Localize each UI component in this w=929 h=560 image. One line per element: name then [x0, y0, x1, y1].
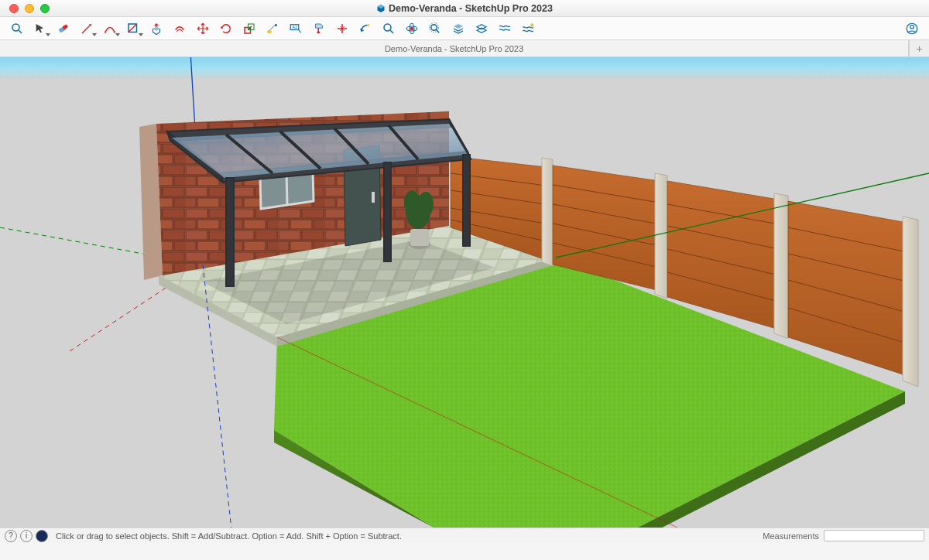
- eraser-tool[interactable]: [53, 19, 74, 39]
- search-icon[interactable]: [6, 19, 28, 39]
- titlebar: Demo-Veranda - SketchUp Pro 2023: [0, 0, 929, 17]
- zoom-extents-tool[interactable]: [424, 19, 446, 39]
- svg-point-4: [105, 31, 106, 32]
- zoom-tool[interactable]: [378, 19, 399, 39]
- fence-post: [655, 173, 667, 299]
- sketchup-logo-icon: [376, 4, 386, 13]
- geo-toggle-icon[interactable]: ?: [5, 530, 17, 542]
- close-button[interactable]: [9, 4, 19, 13]
- extensions-tool[interactable]: [517, 19, 539, 39]
- fence-post: [903, 217, 918, 387]
- scene-svg: [0, 57, 929, 528]
- measurements-label: Measurements: [763, 531, 819, 541]
- linestyle-tool[interactable]: [122, 19, 144, 39]
- select-tool[interactable]: [29, 19, 51, 39]
- window-controls: [0, 4, 50, 13]
- styles-tool[interactable]: [494, 19, 516, 39]
- svg-marker-55: [788, 201, 907, 376]
- svg-text:A1: A1: [293, 25, 298, 29]
- profile-toggle-icon[interactable]: [36, 530, 48, 542]
- svg-rect-9: [267, 30, 271, 33]
- line-tool[interactable]: [76, 19, 98, 39]
- svg-point-21: [530, 23, 534, 27]
- svg-line-15: [390, 30, 393, 33]
- layers-tool[interactable]: [447, 19, 469, 39]
- svg-point-14: [384, 24, 391, 31]
- fence-post: [774, 193, 788, 339]
- rotate-tool[interactable]: [215, 19, 237, 39]
- outliner-tool[interactable]: [471, 19, 492, 39]
- section-tool[interactable]: [331, 19, 353, 39]
- document-tabs: Demo-Veranda - SketchUp Pro 2023 +: [0, 40, 929, 57]
- fence-post: [542, 158, 553, 266]
- status-bar: ? i Click or drag to select objects. Shi…: [0, 528, 929, 543]
- svg-point-13: [367, 24, 369, 26]
- credits-toggle-icon[interactable]: i: [20, 530, 33, 542]
- window-title: Demo-Veranda - SketchUp Pro 2023: [0, 3, 929, 14]
- minimize-button[interactable]: [25, 4, 34, 13]
- scale-tool[interactable]: [238, 19, 260, 39]
- text-tool[interactable]: A1: [285, 19, 307, 39]
- svg-point-63: [418, 192, 434, 217]
- arc-tool[interactable]: [99, 19, 121, 39]
- svg-line-1: [19, 30, 22, 33]
- main-toolbar: A1: [0, 17, 929, 40]
- svg-rect-72: [226, 178, 234, 286]
- svg-point-19: [431, 24, 437, 30]
- follow-tool[interactable]: [355, 19, 376, 39]
- svg-point-62: [404, 190, 420, 215]
- svg-rect-74: [463, 155, 470, 246]
- svg-point-0: [12, 24, 19, 31]
- orbit-tool[interactable]: [401, 19, 423, 39]
- pushpull-tool[interactable]: [146, 19, 167, 39]
- svg-point-10: [275, 24, 277, 26]
- door-handle: [372, 192, 375, 203]
- offset-tool[interactable]: [169, 19, 190, 39]
- model-viewport[interactable]: [0, 57, 929, 528]
- svg-rect-73: [384, 162, 391, 261]
- add-tab-button[interactable]: +: [909, 40, 929, 56]
- measurements-input[interactable]: [824, 530, 924, 541]
- svg-line-39: [286, 173, 287, 205]
- svg-point-23: [910, 25, 914, 29]
- plant-pot: [410, 229, 429, 246]
- maxrestore-button[interactable]: [40, 4, 50, 13]
- status-help-text: Click or drag to select objects. Shift =…: [56, 531, 402, 541]
- tab-active[interactable]: Demo-Veranda - SketchUp Pro 2023: [0, 40, 909, 56]
- tape-tool[interactable]: [262, 19, 283, 39]
- user-account-icon[interactable]: [901, 19, 923, 39]
- paint-tool[interactable]: [308, 19, 330, 39]
- svg-point-16: [410, 26, 414, 30]
- move-tool[interactable]: [192, 19, 214, 39]
